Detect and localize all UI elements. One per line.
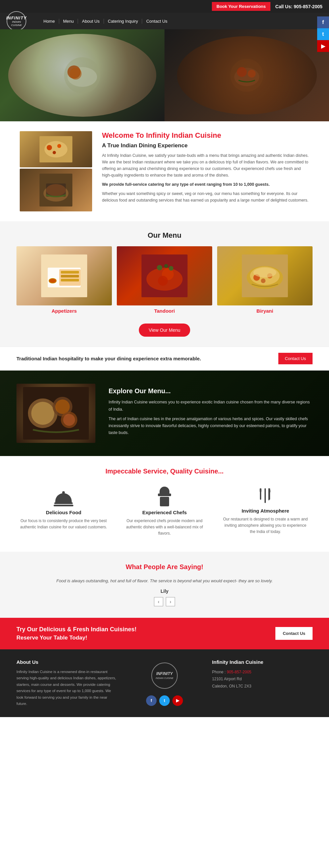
footer-facebook-icon[interactable]: f bbox=[146, 695, 157, 706]
services-section: Impeccable Service, Quality Cuisine... D… bbox=[0, 456, 329, 552]
explore-para1: Infinity Indian Cuisine welcomes you to … bbox=[109, 399, 312, 413]
svg-point-16 bbox=[46, 184, 66, 196]
footer: About Us Infinity Indian Cuisine is a re… bbox=[0, 649, 329, 717]
phone-number: Call Us: 905-857-2005 bbox=[275, 4, 322, 9]
nav-item-catering[interactable]: Catering Inquiry bbox=[104, 19, 143, 24]
explore-content: Explore Our Menu... Infinity Indian Cuis… bbox=[109, 387, 312, 439]
nav-item-home[interactable]: Home bbox=[39, 19, 59, 24]
testimonial-heading: What People Are Saying! bbox=[26, 563, 303, 571]
appetizers-image bbox=[17, 246, 112, 305]
service-item-atmosphere: Inviting Atmosphere Our restaurant is de… bbox=[218, 483, 312, 540]
testimonial-author: Lily bbox=[26, 589, 303, 594]
svg-point-30 bbox=[157, 265, 162, 270]
delicious-food-icon bbox=[54, 487, 73, 506]
svg-rect-49 bbox=[265, 488, 266, 503]
about-heading: Welcome To Infinity Indian Cuisine bbox=[102, 131, 309, 140]
svg-rect-48 bbox=[259, 488, 262, 492]
svg-point-46 bbox=[63, 414, 75, 426]
cta-contact-button[interactable]: Contact Us bbox=[275, 627, 312, 640]
tandoori-image bbox=[117, 246, 212, 305]
cta-text: Try Our Delicious & Fresh Indian Cuisine… bbox=[17, 626, 137, 641]
svg-point-3 bbox=[70, 68, 82, 80]
social-sidebar: f t ▶ bbox=[317, 17, 329, 52]
nav-item-contact[interactable]: Contact Us bbox=[142, 19, 171, 24]
testimonial-next-button[interactable]: › bbox=[166, 597, 175, 606]
logo-circle: INFINITY INDIAN CUISINE bbox=[7, 11, 26, 31]
hero-food-right-image bbox=[177, 36, 317, 115]
about-para1: At Infinity Indian Cuisine, we satisfy y… bbox=[102, 152, 309, 179]
about-subheading: A True Indian Dining Experience bbox=[102, 143, 309, 149]
svg-point-44 bbox=[55, 400, 70, 414]
footer-contact-title: Infinity Indian Cuisine bbox=[212, 659, 312, 665]
footer-about: About Us Infinity Indian Cuisine is a re… bbox=[17, 659, 117, 707]
footer-logo-area: INFINITY INDIAN CUISINE f t ▶ bbox=[127, 659, 202, 707]
service-chefs-desc: Our experienced chefs provide modern and… bbox=[121, 518, 209, 537]
svg-point-11 bbox=[57, 144, 61, 148]
contact-banner-button[interactable]: Contact Us bbox=[278, 353, 312, 364]
view-menu-button[interactable]: View Our Menu bbox=[139, 323, 190, 337]
about-section: Welcome To Infinity Indian Cuisine A Tru… bbox=[0, 121, 329, 221]
testimonial-prev-button[interactable]: ‹ bbox=[154, 597, 163, 606]
biryani-label: Biryani bbox=[217, 308, 312, 314]
about-para2: Whether you want something spicy or swee… bbox=[102, 190, 309, 204]
footer-social: f t ▶ bbox=[146, 695, 183, 706]
svg-point-29 bbox=[158, 276, 168, 286]
menu-item-biryani: Biryani bbox=[217, 246, 312, 314]
about-food-image-1 bbox=[20, 131, 92, 167]
about-highlight: We provide full-service catering for any… bbox=[102, 181, 309, 188]
about-content: Welcome To Infinity Indian Cuisine A Tru… bbox=[102, 131, 309, 206]
book-reservations-button[interactable]: Book Your Reservations bbox=[212, 2, 270, 11]
svg-point-10 bbox=[47, 145, 52, 150]
services-grid: Delicious Food Our focus is to consisten… bbox=[17, 483, 312, 540]
svg-point-7 bbox=[248, 70, 256, 78]
nav-item-menu[interactable]: Menu bbox=[59, 19, 78, 24]
footer-about-title: About Us bbox=[17, 659, 117, 665]
svg-point-32 bbox=[169, 266, 173, 271]
about-food-image-2 bbox=[20, 169, 92, 211]
explore-heading: Explore Our Menu... bbox=[109, 387, 312, 395]
cta-line1: Try Our Delicious & Fresh Indian Cuisine… bbox=[17, 626, 137, 633]
menu-grid: Appetizers Tandoori bbox=[13, 246, 316, 314]
explore-section: Explore Our Menu... Infinity Indian Cuis… bbox=[0, 371, 329, 456]
svg-point-12 bbox=[53, 151, 56, 154]
service-item-food: Delicious Food Our focus is to consisten… bbox=[17, 483, 111, 540]
svg-point-6 bbox=[237, 67, 247, 77]
youtube-icon[interactable]: ▶ bbox=[317, 40, 329, 52]
navigation: INFINITY INDIAN CUISINE Home Menu About … bbox=[0, 13, 329, 29]
biryani-image bbox=[217, 246, 312, 305]
nav-item-about[interactable]: About Us bbox=[78, 19, 103, 24]
svg-point-39 bbox=[253, 268, 276, 278]
explore-food-image bbox=[17, 384, 95, 443]
contact-banner: Traditional Indian hospitality to make y… bbox=[0, 346, 329, 371]
svg-point-42 bbox=[31, 402, 54, 425]
about-images bbox=[20, 131, 92, 211]
twitter-icon[interactable]: t bbox=[317, 28, 329, 40]
appetizers-label: Appetizers bbox=[17, 308, 112, 314]
tandoori-label: Tandoori bbox=[117, 308, 212, 314]
testimonial-navigation: ‹ › bbox=[26, 597, 303, 606]
testimonial-quote: Food is always outstanding, hot and full… bbox=[26, 577, 303, 585]
menu-item-appetizers: Appetizers bbox=[17, 246, 112, 314]
facebook-icon[interactable]: f bbox=[317, 17, 329, 28]
footer-twitter-icon[interactable]: t bbox=[159, 695, 170, 706]
hero-left bbox=[0, 29, 164, 121]
service-chefs-title: Experienced Chefs bbox=[121, 509, 209, 515]
footer-about-text: Infinity Indian Cuisine is a renowned di… bbox=[17, 669, 117, 707]
footer-youtube-icon[interactable]: ▶ bbox=[172, 695, 183, 706]
logo: INFINITY INDIAN CUISINE bbox=[7, 11, 26, 31]
explore-para2: The art of Indian cuisine lies in the pr… bbox=[109, 415, 312, 437]
cta-banner: Try Our Delicious & Fresh Indian Cuisine… bbox=[0, 618, 329, 649]
menu-heading: Our Menu bbox=[13, 231, 316, 240]
svg-point-31 bbox=[164, 264, 168, 268]
cta-line2: Reserve Your Table Today! bbox=[17, 634, 137, 641]
hero-right bbox=[164, 29, 329, 121]
footer-phone: Phone : 905-857-2005 bbox=[212, 669, 312, 676]
testimonial-section: What People Are Saying! Food is always o… bbox=[0, 552, 329, 618]
experienced-chefs-icon bbox=[156, 487, 174, 506]
service-atmosphere-desc: Our restaurant is designed to create a w… bbox=[221, 516, 309, 535]
hero-section bbox=[0, 29, 329, 121]
top-bar: Book Your Reservations Call Us: 905-857-… bbox=[0, 0, 329, 13]
footer-address1: 12101 Airport Rd bbox=[212, 676, 312, 683]
inviting-atmosphere-icon bbox=[256, 487, 274, 505]
service-atmosphere-title: Inviting Atmosphere bbox=[221, 508, 309, 514]
